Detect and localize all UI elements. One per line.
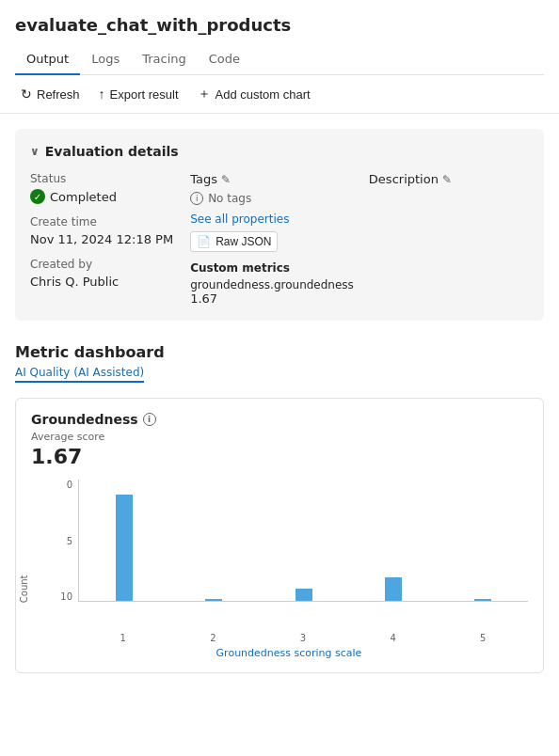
chart-title: Groundedness i [31,412,528,427]
tags-edit-icon[interactable]: ✎ [221,173,231,186]
status-text: Completed [50,190,117,204]
nav-tabs: Output Logs Tracing Code [15,44,544,75]
export-icon: ↑ [99,87,105,102]
dashboard-tab-ai-quality[interactable]: AI Quality (AI Assisted) [15,366,144,383]
card-body: Status ✓ Completed Create time Nov 11, 2… [30,172,529,306]
description-label: Description [369,172,439,186]
status-value: ✓ Completed [30,189,175,204]
y-label-2: 0 [50,480,76,490]
no-tags-icon: i [190,192,203,205]
x-label-1: 2 [168,633,259,643]
custom-metrics-label: Custom metrics [190,261,354,275]
dashboard-title: Metric dashboard [15,343,544,361]
bar-group-4 [439,599,528,601]
x-label-2: 3 [258,633,348,643]
no-tags-text: No tags [208,192,251,205]
page-title: evaluate_chat_with_products [15,15,544,35]
created-by-label: Created by [30,258,175,271]
metric-path: groundedness.groundedness [190,278,354,291]
bar-group-3 [348,577,438,601]
y-axis: 10 5 0 [50,480,76,602]
chart-title-text: Groundedness [31,412,138,427]
evaluation-card: ∨ Evaluation details Status ✓ Completed … [15,129,544,321]
status-completed-icon: ✓ [30,189,45,204]
add-chart-label: Add custom chart [216,87,311,102]
create-time-value: Nov 11, 2024 12:18 PM [30,232,175,246]
add-chart-icon: ＋ [198,86,211,102]
col-description: Description ✎ [369,172,529,306]
bar-0 [116,495,133,601]
status-label: Status [30,172,175,185]
evaluation-section-title: Evaluation details [45,144,179,159]
x-axis: 12345 [78,633,528,643]
tab-logs[interactable]: Logs [80,44,131,75]
groundedness-chart-card: Groundedness i Average score 1.67 10 5 0… [15,398,544,673]
created-by-value: Chris Q. Public [30,275,175,289]
raw-json-button[interactable]: 📄 Raw JSON [190,231,278,252]
export-label: Export result [110,87,179,102]
card-header: ∨ Evaluation details [30,144,529,159]
toolbar: ↻ Refresh ↑ Export result ＋ Add custom c… [0,75,559,114]
raw-json-icon: 📄 [197,235,211,248]
info-icon[interactable]: i [143,413,156,426]
bar-group-0 [79,495,168,601]
create-time-label: Create time [30,215,175,228]
col-status: Status ✓ Completed Create time Nov 11, 2… [30,172,190,306]
refresh-icon: ↻ [21,87,32,102]
bar-chart-container: 10 5 0 [50,480,528,630]
x-label-0: 1 [78,633,168,643]
metric-value: 1.67 [190,291,354,306]
bar-chart [78,480,528,602]
y-label-0: 10 [50,591,76,602]
tab-tracing[interactable]: Tracing [131,44,198,75]
y-axis-title: Count [19,575,29,603]
bar-1 [205,599,222,601]
bar-group-2 [259,589,348,601]
description-edit-icon[interactable]: ✎ [442,173,452,186]
x-label-3: 4 [348,633,439,643]
raw-json-label: Raw JSON [216,235,271,248]
add-custom-chart-button[interactable]: ＋ Add custom chart [188,81,320,107]
tab-output[interactable]: Output [15,44,80,75]
avg-score-label: Average score [31,431,528,443]
bar-3 [385,577,402,601]
collapse-icon[interactable]: ∨ [30,145,40,158]
refresh-button[interactable]: ↻ Refresh [11,82,89,106]
y-label-1: 5 [50,536,76,546]
export-result-button[interactable]: ↑ Export result [89,82,188,106]
bar-4 [474,599,491,601]
avg-score-value: 1.67 [31,445,528,468]
description-header: Description ✎ [369,172,514,186]
x-label-4: 5 [438,633,528,643]
bar-2 [295,589,312,601]
see-all-properties-link[interactable]: See all properties [190,213,354,226]
col-tags: Tags ✎ i No tags See all properties 📄 Ra… [190,172,369,306]
refresh-label: Refresh [37,87,80,102]
tags-label: Tags [190,172,217,186]
no-tags: i No tags [190,192,354,205]
tab-code[interactable]: Code [198,44,251,75]
chart-wrapper: 10 5 0 12345 Groundedness scoring scale … [31,480,528,659]
bar-group-1 [168,599,258,601]
tags-header: Tags ✎ [190,172,354,186]
x-axis-title[interactable]: Groundedness scoring scale [50,647,528,659]
metric-dashboard: Metric dashboard AI Quality (AI Assisted… [15,343,544,383]
